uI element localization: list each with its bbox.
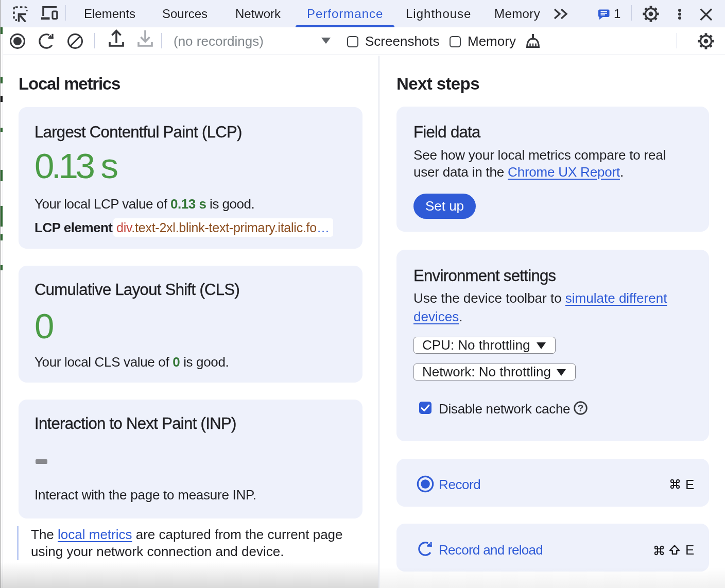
svg-text:?: ?	[578, 403, 584, 413]
